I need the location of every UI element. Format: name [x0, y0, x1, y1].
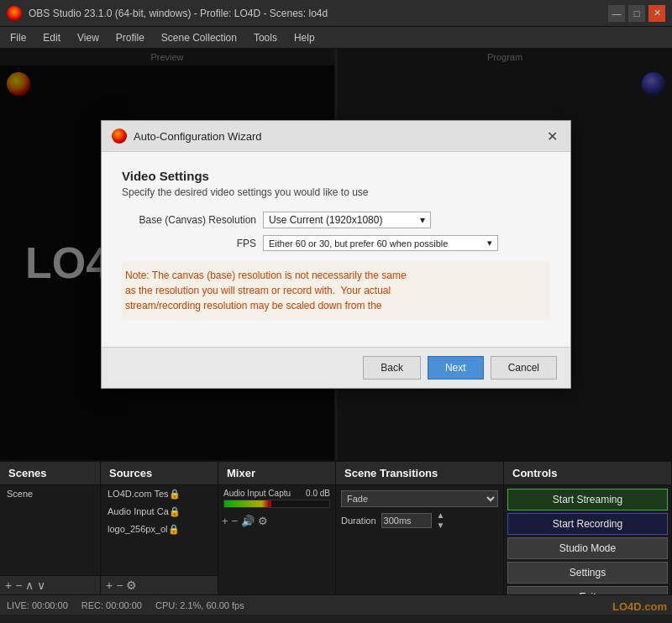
base-resolution-row: Base (Canvas) Resolution Use Current (19…	[122, 212, 550, 228]
mixer-title: Mixer	[227, 467, 255, 479]
dialog-title: Auto-Configuration Wizard	[134, 130, 261, 143]
minimize-button[interactable]: —	[608, 5, 625, 22]
menu-tools[interactable]: Tools	[247, 30, 284, 45]
scene-item-1[interactable]: Scene	[0, 485, 100, 502]
base-resolution-value[interactable]: Use Current (1920x1080) ▾	[263, 212, 431, 228]
watermark: LO4D.com	[607, 599, 672, 615]
obs-icon	[7, 6, 22, 21]
sources-title: Sources	[109, 467, 152, 479]
mixer-mute-icon[interactable]: 🔊	[241, 515, 255, 527]
base-resolution-arrow: ▾	[420, 214, 425, 226]
controls-content: Start Streaming Start Recording Studio M…	[504, 485, 671, 594]
bottom-panels: Scenes Scene + − ∧ ∨ Sources LO4D.com Te…	[0, 460, 672, 594]
fps-value[interactable]: Either 60 or 30, but prefer 60 when poss…	[263, 235, 498, 251]
maximize-button[interactable]: □	[628, 5, 645, 22]
sources-add-icon[interactable]: +	[106, 578, 113, 592]
sources-remove-icon[interactable]: −	[116, 578, 123, 592]
menubar: File Edit View Profile Scene Collection …	[0, 27, 672, 49]
transitions-content: Fade Cut Duration ▲ ▼	[336, 485, 503, 594]
scenes-title: Scenes	[8, 467, 47, 479]
scenes-footer: + − ∧ ∨	[0, 575, 100, 594]
dialog-body: Video Settings Specify the desired video…	[102, 152, 570, 347]
fps-row: FPS Either 60 or 30, but prefer 60 when …	[122, 235, 550, 251]
titlebar: OBS Studio 23.1.0 (64-bit, windows) - Pr…	[0, 0, 672, 27]
live-status: LIVE: 00:00:00	[7, 600, 68, 610]
sources-footer: + − ⚙	[101, 575, 218, 594]
scenes-content: Scene	[0, 485, 100, 575]
scenes-header: Scenes	[0, 462, 100, 485]
mixer-content: Audio Input Captu 0.0 dB + − 🔊 ⚙	[218, 485, 335, 594]
menu-profile[interactable]: Profile	[109, 30, 151, 45]
scenes-panel: Scenes Scene + − ∧ ∨	[0, 462, 101, 594]
menu-scene-collection[interactable]: Scene Collection	[155, 30, 244, 45]
titlebar-title: OBS Studio 23.1.0 (64-bit, windows) - Pr…	[29, 8, 328, 19]
dialog-obs-icon	[112, 128, 127, 144]
mixer-bar	[223, 500, 330, 508]
duration-down-icon[interactable]: ▼	[437, 521, 445, 530]
titlebar-controls: — □ ✕	[608, 5, 665, 22]
menu-help[interactable]: Help	[287, 30, 322, 45]
menu-file[interactable]: File	[3, 30, 33, 45]
statusbar: LIVE: 00:00:00 REC: 00:00:00 CPU: 2.1%, …	[0, 594, 672, 615]
dialog-titlebar: Auto-Configuration Wizard ✕	[102, 121, 570, 152]
mixer-controls: + − 🔊 ⚙	[218, 513, 335, 529]
dialog-overlay: Auto-Configuration Wizard ✕ Video Settin…	[0, 49, 672, 460]
source-item-2[interactable]: Audio Input Ca🔒	[101, 503, 218, 521]
dialog-note: Note: The canvas (base) resolution is no…	[122, 261, 550, 320]
settings-button[interactable]: Settings	[507, 562, 668, 584]
cpu-status: CPU: 2.1%, 60.00 fps	[155, 600, 244, 610]
dialog-section-sub: Specify the desired video settings you w…	[122, 186, 550, 198]
dialog-close-button[interactable]: ✕	[543, 128, 560, 144]
close-button[interactable]: ✕	[648, 5, 665, 22]
transition-select[interactable]: Fade Cut	[341, 490, 498, 507]
transitions-panel: Scene Transitions Fade Cut Duration ▲ ▼	[336, 462, 504, 594]
start-recording-button[interactable]: Start Recording	[507, 513, 668, 535]
transitions-header: Scene Transitions	[336, 462, 503, 485]
mixer-track-db: 0.0 dB	[306, 489, 330, 498]
mixer-minus-icon[interactable]: −	[232, 515, 239, 527]
exit-button[interactable]: Exit	[507, 586, 668, 594]
mixer-plus-icon[interactable]: +	[222, 515, 228, 527]
scenes-add-icon[interactable]: +	[5, 578, 12, 592]
sources-settings-icon[interactable]: ⚙	[126, 578, 137, 592]
scenes-down-icon[interactable]: ∨	[37, 578, 45, 592]
transitions-title: Scene Transitions	[344, 467, 438, 479]
duration-row: Duration ▲ ▼	[341, 510, 498, 530]
sources-panel: Sources LO4D.com Tes🔒 Audio Input Ca🔒 lo…	[101, 462, 218, 594]
controls-panel: Controls Start Streaming Start Recording…	[504, 462, 672, 594]
sources-header: Sources	[101, 462, 218, 485]
scenes-up-icon[interactable]: ∧	[25, 578, 34, 592]
controls-title: Controls	[512, 467, 557, 479]
start-streaming-button[interactable]: Start Streaming	[507, 489, 668, 510]
duration-up-icon[interactable]: ▲	[437, 510, 445, 520]
studio-mode-button[interactable]: Studio Mode	[507, 537, 668, 559]
rec-status: REC: 00:00:00	[81, 600, 142, 610]
transition-content: Fade Cut Duration ▲ ▼	[336, 485, 503, 535]
mixer-header: Mixer	[218, 462, 335, 485]
menu-view[interactable]: View	[71, 30, 106, 45]
mixer-settings-icon[interactable]: ⚙	[258, 515, 268, 527]
scenes-remove-icon[interactable]: −	[15, 578, 22, 592]
fps-label: FPS	[122, 238, 256, 249]
base-resolution-text: Use Current (1920x1080)	[269, 214, 382, 226]
menu-edit[interactable]: Edit	[36, 30, 67, 45]
controls-header: Controls	[504, 462, 671, 485]
source-item-3[interactable]: logo_256px_ol🔒	[101, 521, 218, 538]
auto-config-dialog: Auto-Configuration Wizard ✕ Video Settin…	[101, 120, 571, 389]
main-area: Preview LO4D.co Program Auto-Configurati…	[0, 49, 672, 460]
fps-arrow: ▾	[487, 238, 492, 249]
titlebar-left: OBS Studio 23.1.0 (64-bit, windows) - Pr…	[7, 6, 328, 21]
duration-label: Duration	[341, 516, 376, 526]
cancel-button[interactable]: Cancel	[491, 356, 557, 380]
duration-input[interactable]	[381, 513, 432, 528]
mixer-bar-fill	[224, 500, 271, 507]
dialog-footer: Back Next Cancel	[102, 347, 570, 388]
mixer-bar-container: Audio Input Captu 0.0 dB	[218, 485, 335, 513]
back-button[interactable]: Back	[363, 356, 421, 380]
mixer-track-1: Audio Input Captu 0.0 dB	[223, 489, 330, 508]
next-button[interactable]: Next	[428, 356, 484, 380]
fps-text: Either 60 or 30, but prefer 60 when poss…	[269, 238, 448, 249]
dialog-section-title: Video Settings	[122, 169, 550, 183]
source-item-1[interactable]: LO4D.com Tes🔒	[101, 485, 218, 503]
mixer-panel: Mixer Audio Input Captu 0.0 dB + − 🔊	[218, 462, 336, 594]
